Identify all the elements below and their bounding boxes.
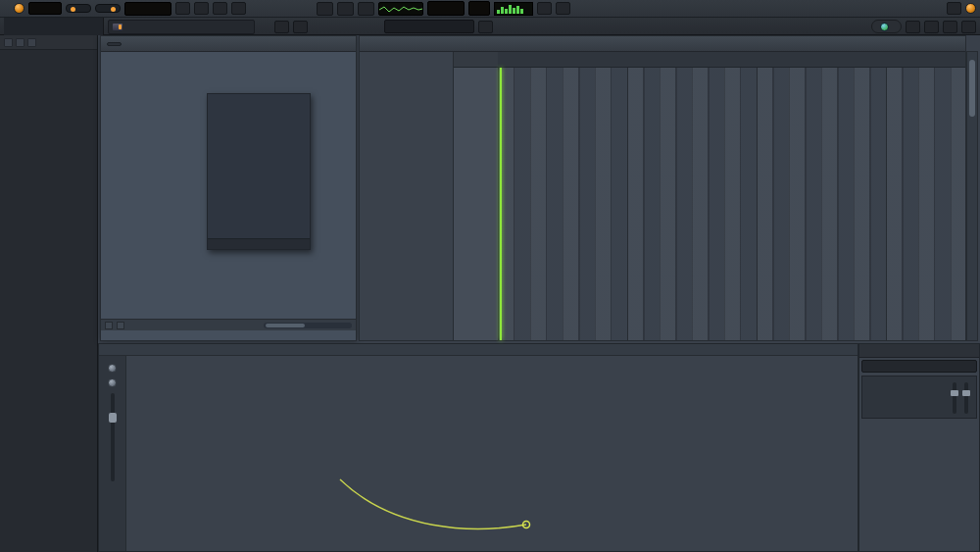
fl-studio-app [0,0,980,552]
mixer-side-controls [99,356,126,551]
metronome-icon[interactable] [175,2,190,15]
keyboard-toggle-icon[interactable] [117,322,124,329]
effects-panel [858,343,980,552]
time-signature-display [468,1,490,16]
master-pitch-slider[interactable] [95,4,121,13]
browser-header [0,35,97,50]
send-mini-fader[interactable] [964,382,968,414]
midi-icon[interactable] [537,2,552,15]
top-toolbar [0,0,980,35]
playlist-grid[interactable] [498,68,965,340]
browser-tree [0,50,97,53]
playlist-body [360,52,965,340]
settings-icon[interactable] [213,2,227,15]
effects-panel-header[interactable] [859,344,979,358]
main-volume-knob[interactable] [14,3,24,14]
channel-rack-window [100,35,357,341]
rack-footer [101,319,356,330]
send-panel [861,376,977,419]
playlist-window [359,35,966,341]
mixer-side-fader[interactable] [111,393,115,481]
playlist-vertical-scrollbar[interactable] [966,51,978,341]
mixer-side-knob[interactable] [108,364,117,373]
song-mode-indicator[interactable] [28,2,62,15]
tempo-display[interactable] [124,2,172,16]
browser-tab-icon[interactable] [4,38,13,47]
send-mini-fader[interactable] [953,382,956,414]
globe-icon [880,23,889,31]
browser-tab-icon[interactable] [27,38,36,47]
channel-filter-dropdown[interactable] [107,42,122,46]
project-info [4,18,104,35]
typing-keyboard-icon[interactable] [194,2,209,15]
add-icon[interactable] [231,2,246,15]
playhead[interactable] [500,68,502,340]
mixer-side-knob[interactable] [108,378,117,387]
channel-rack-titlebar[interactable] [101,36,356,52]
play-button[interactable] [317,2,333,16]
tools-icon[interactable] [924,21,939,33]
oscilloscope [378,2,423,16]
master-volume-slider[interactable] [66,4,91,13]
pattern-picker-panel [360,52,454,340]
transport-row [0,0,980,18]
record-button[interactable] [358,2,374,16]
shuffle-knob[interactable] [965,3,976,14]
playlist-window-icon[interactable] [961,21,976,33]
rack-horizontal-scrollbar[interactable] [264,323,352,328]
pattern-selector[interactable] [384,20,474,33]
hint-panel [108,20,255,34]
graph-toggle-icon[interactable] [105,322,113,329]
stop-button[interactable] [337,2,354,16]
timeline-ruler[interactable] [498,52,965,68]
hint-slider-icon [113,24,122,30]
browser-panel [0,35,98,552]
window-layout-icon[interactable] [947,2,961,15]
graph-editor [207,93,311,250]
cpu-meter [494,2,533,16]
mixer-window [98,343,858,552]
graph-target-selector [208,238,310,249]
pattern-menu-icon[interactable] [478,21,493,33]
mixer-window-icon[interactable] [943,21,957,33]
online-news-button[interactable] [871,20,902,33]
playlist-main [454,52,965,340]
secondary-toolbar [0,18,980,35]
playlist-corner [454,52,498,68]
mixer-strips [126,356,858,551]
playlist-titlebar[interactable] [360,36,965,52]
velocity-graph[interactable] [208,94,310,238]
browser-tab-icon[interactable] [16,38,24,47]
magnet-icon[interactable] [274,21,289,33]
slide-icon[interactable] [293,21,308,33]
memory-cpu-display [427,1,465,16]
grid-icon[interactable] [556,2,570,15]
preset-selector[interactable] [861,360,977,373]
track-headers [454,68,498,340]
mixer-toolbar [99,344,858,356]
help-icon[interactable] [906,21,920,33]
